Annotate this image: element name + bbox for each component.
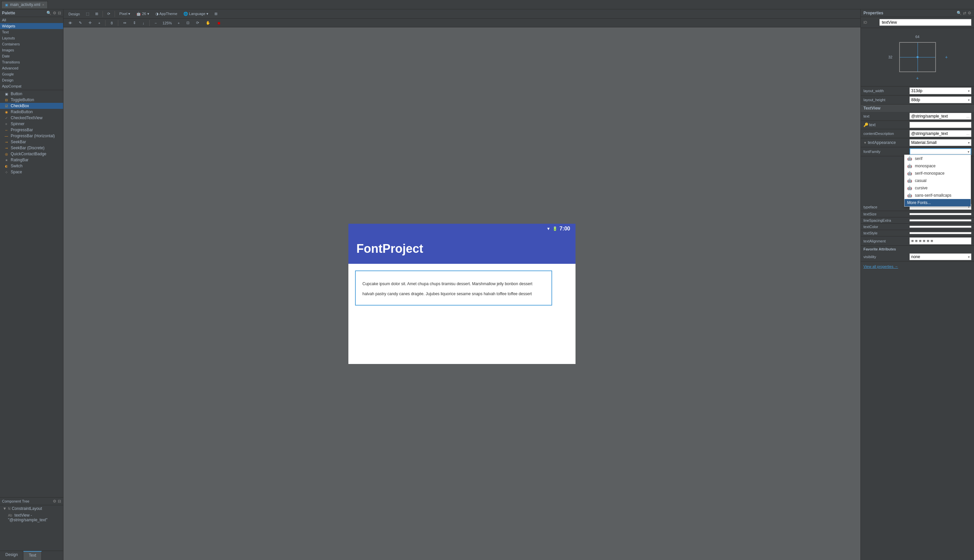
palette-item-seekbar-d[interactable]: ⊸ SeekBar (Discrete) — [0, 145, 63, 151]
pen-button[interactable]: ✎ — [77, 20, 84, 26]
text-alignment-value[interactable]: ≡ ≡ ≡ ≡ ≡ ≡ — [909, 237, 971, 245]
stop-button[interactable]: ⏹ — [215, 20, 223, 26]
refresh-button[interactable]: ⟳ — [194, 20, 202, 26]
main-activity-tab[interactable]: ▣ main_activity.xml × — [1, 1, 48, 8]
tree-textview[interactable]: Ab textView - "@string/sample_text" — [0, 512, 63, 523]
editor-canvas[interactable]: ▼ 🔋 7:00 FontProject Cupcake ipsum dolor… — [63, 27, 861, 560]
gear-icon[interactable]: ⚙ — [53, 11, 57, 15]
layout-width-value[interactable]: 313dp ▾ — [909, 87, 971, 94]
language-dropdown[interactable]: 🌐 Language ▾ — [181, 11, 211, 17]
font-family-value[interactable]: ▾ — [909, 148, 971, 155]
properties-gear-icon[interactable]: ⚙ — [968, 11, 971, 15]
design-mode-button[interactable]: Design — [66, 11, 82, 17]
palette-item-progressbar-h[interactable]: — ProgressBar (Horizontal) — [0, 133, 63, 139]
text-size-value[interactable] — [909, 213, 971, 215]
palette-item-spinner[interactable]: ≡ Spinner — [0, 121, 63, 127]
blueprint-button[interactable]: ⬚ — [83, 11, 92, 17]
font-option-casual[interactable]: 🤖 casual — [904, 177, 971, 184]
component-tree-sort-icon[interactable]: ⊟ — [58, 499, 61, 503]
palette-item-seekbar[interactable]: ⊸ SeekBar — [0, 139, 63, 145]
text-prop-value[interactable]: @string/sample_text … — [909, 113, 971, 120]
number-button[interactable]: 8 — [108, 20, 115, 26]
add-button[interactable]: + — [96, 20, 103, 26]
palette-item-space[interactable]: ⊹ Space — [0, 169, 63, 175]
properties-search-icon[interactable]: 🔍 — [957, 11, 962, 15]
textview-widget[interactable]: Cupcake ipsum dolor sit. Amet chupa chup… — [355, 270, 552, 306]
palette-category-transitions[interactable]: Transitions — [0, 59, 63, 65]
font-option-serif[interactable]: 🤖 serif — [904, 155, 971, 162]
text-appearance-value[interactable]: Material.Small ▾ — [909, 139, 971, 146]
palette-category-appcompat[interactable]: AppCompat — [0, 83, 63, 89]
orientation-button[interactable]: ⟳ — [105, 11, 113, 17]
palette-category-images[interactable]: Images — [0, 47, 63, 53]
palette-item-checkedtextview[interactable]: ✓ CheckedTextView — [0, 115, 63, 121]
text2-prop-value[interactable] — [909, 122, 971, 128]
align-left-icon[interactable]: ≡ — [911, 238, 914, 243]
palette-category-all[interactable]: All — [0, 17, 63, 23]
content-desc-value[interactable]: @string/sample_text … — [909, 130, 971, 137]
palette-category-google[interactable]: Google — [0, 71, 63, 77]
id-input[interactable] — [879, 19, 971, 26]
palette-item-button[interactable]: ▣ Button — [0, 91, 63, 97]
align-fill-icon[interactable]: ≡ — [923, 238, 926, 243]
checkedtextview-icon: ✓ — [4, 116, 9, 120]
align-v-button[interactable]: ⇕ — [131, 20, 138, 26]
api-dropdown[interactable]: 🤖 26 ▾ — [134, 11, 151, 17]
tree-constraint-layout[interactable]: ▼ N ConstraintLayout — [0, 505, 63, 512]
font-option-sans-serif-smallcaps[interactable]: 🤖 sans-serif-smallcaps — [904, 192, 971, 199]
zoom-in-button[interactable]: + — [175, 20, 182, 26]
text-tab[interactable]: Text — [23, 551, 42, 560]
layout-height-value[interactable]: 88dp ▾ — [909, 97, 971, 103]
sort-icon[interactable]: ⊟ — [58, 11, 61, 15]
text-color-value[interactable] — [909, 226, 971, 228]
layout-dropdown[interactable]: ⊞ — [212, 11, 220, 17]
both-button[interactable]: ⊞ — [93, 11, 100, 17]
font-option-more-fonts[interactable]: More Fonts... — [904, 199, 971, 207]
font-option-cursive[interactable]: 🤖 cursive — [904, 184, 971, 192]
align-h-button[interactable]: ⇔ — [121, 20, 128, 26]
search-icon[interactable]: 🔍 — [47, 11, 52, 15]
palette-category-date[interactable]: Date — [0, 53, 63, 59]
zoom-out-button[interactable]: − — [152, 20, 159, 26]
properties-sync-icon[interactable]: ⇄ — [963, 11, 966, 15]
palette-category-design[interactable]: Design — [0, 77, 63, 83]
palette-item-togglebutton[interactable]: ⊟ ToggleButton — [0, 97, 63, 103]
sec-sep-3 — [149, 20, 150, 26]
palette-category-text[interactable]: Text — [0, 29, 63, 35]
line-spacing-value[interactable] — [909, 219, 971, 222]
font-family-input[interactable] — [912, 150, 968, 153]
align-right-icon[interactable]: ≡ — [919, 238, 922, 243]
fit-button[interactable]: ⊡ — [184, 20, 192, 26]
pixel-dropdown[interactable]: Pixel ▾ — [117, 11, 133, 17]
palette-item-quickcontactbadge[interactable]: ◎ QuickContactBadge — [0, 151, 63, 157]
align-center-icon[interactable]: ≡ — [915, 238, 918, 243]
align-fill3-icon[interactable]: ≡ — [931, 238, 933, 243]
palette-item-checkbox[interactable]: ☑ CheckBox — [0, 103, 63, 109]
text2-input[interactable] — [911, 123, 970, 127]
palette-category-widgets[interactable]: Widgets — [0, 23, 63, 29]
view-all-link[interactable]: View all properties → — [864, 265, 898, 268]
palette-item-switch[interactable]: ◐ Switch — [0, 163, 63, 169]
cross-button[interactable]: ✛ — [86, 20, 94, 26]
theme-dropdown[interactable]: ◑ AppTheme — [153, 11, 180, 17]
palette-category-containers[interactable]: Containers — [0, 41, 63, 47]
quickcontactbadge-icon: ◎ — [4, 152, 9, 156]
palette-item-progressbar[interactable]: ↔ ProgressBar — [0, 127, 63, 133]
arrow-down-button[interactable]: ↓ — [140, 20, 147, 26]
design-tab[interactable]: Design — [0, 551, 23, 560]
font-option-serif-monospace[interactable]: 🤖 serif-monospace — [904, 170, 971, 177]
palette-category-layouts[interactable]: Layouts — [0, 35, 63, 41]
font-option-monospace[interactable]: 🤖 monospace — [904, 162, 971, 170]
eye-button[interactable]: 👁 — [66, 20, 75, 26]
palette-item-ratingbar[interactable]: ★ RatingBar — [0, 157, 63, 163]
tab-close-button[interactable]: × — [42, 3, 44, 7]
align-fill2-icon[interactable]: ≡ — [927, 238, 929, 243]
text-appearance-text: Material.Small — [911, 140, 937, 145]
palette-category-advanced[interactable]: Advanced — [0, 65, 63, 71]
text-style-value[interactable] — [909, 232, 971, 234]
hand-button[interactable]: ✋ — [203, 20, 213, 26]
palette-item-radiobutton[interactable]: ◉ RadioButton — [0, 109, 63, 115]
visibility-value[interactable]: none ▾ — [909, 253, 971, 260]
component-tree-gear-icon[interactable]: ⚙ — [53, 499, 57, 503]
seekbar-icon: ⊸ — [4, 140, 9, 144]
